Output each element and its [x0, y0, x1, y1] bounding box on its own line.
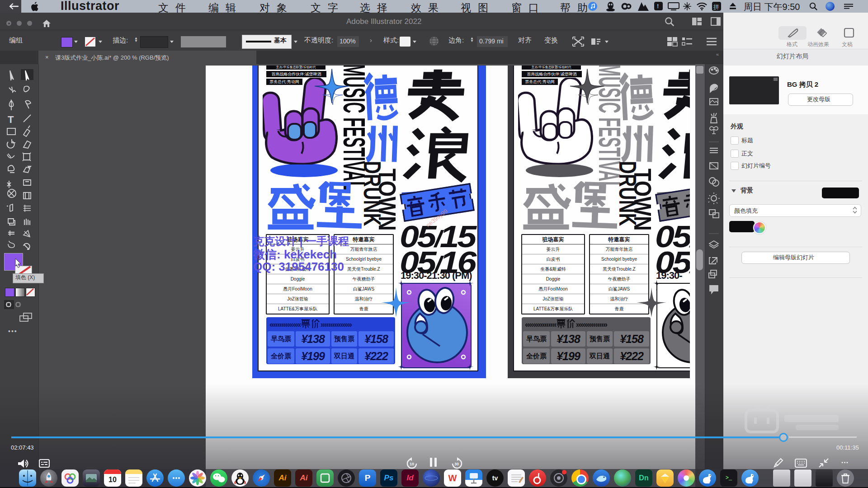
- svg-text:T: T: [8, 114, 14, 125]
